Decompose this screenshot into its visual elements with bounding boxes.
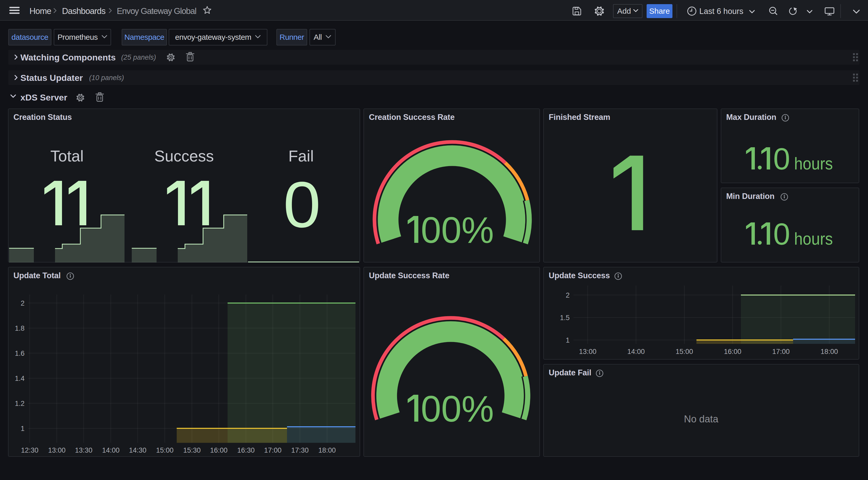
svg-text:hours: hours xyxy=(794,154,833,173)
svg-text:2: 2 xyxy=(566,292,570,299)
svg-text:15:00: 15:00 xyxy=(676,348,693,356)
svg-text:1.5: 1.5 xyxy=(560,314,570,322)
svg-text:14:30: 14:30 xyxy=(129,446,147,454)
svg-text:13:00: 13:00 xyxy=(579,348,596,356)
svg-text:2: 2 xyxy=(21,299,25,307)
svg-text:hours: hours xyxy=(794,229,833,248)
svg-text:14:00: 14:00 xyxy=(627,348,645,356)
svg-text:Total: Total xyxy=(51,147,84,165)
svg-text:Fail: Fail xyxy=(288,147,314,165)
svg-text:13:00: 13:00 xyxy=(48,446,66,454)
svg-text:00%: 00% xyxy=(421,210,494,250)
svg-text:0: 0 xyxy=(283,168,320,241)
svg-text:18:00: 18:00 xyxy=(318,446,336,454)
svg-text:1.8: 1.8 xyxy=(15,325,25,332)
svg-text:Success: Success xyxy=(154,147,214,165)
svg-text:1.4: 1.4 xyxy=(15,374,25,382)
svg-text:1.6: 1.6 xyxy=(15,350,25,357)
svg-text:14:00: 14:00 xyxy=(102,446,120,454)
svg-text:1: 1 xyxy=(21,425,25,432)
svg-text:00%: 00% xyxy=(421,388,494,429)
svg-text:15:00: 15:00 xyxy=(156,446,174,454)
svg-text:13:30: 13:30 xyxy=(75,446,92,454)
svg-text:17:30: 17:30 xyxy=(291,446,309,454)
svg-text:16:00: 16:00 xyxy=(210,446,227,454)
svg-text:No data: No data xyxy=(684,414,718,424)
svg-text:17:00: 17:00 xyxy=(264,446,282,454)
svg-text:18:00: 18:00 xyxy=(820,348,838,356)
svg-text:16:30: 16:30 xyxy=(237,446,255,454)
svg-text:0: 0 xyxy=(773,142,790,176)
svg-text:1.2: 1.2 xyxy=(15,400,25,408)
svg-text:15:30: 15:30 xyxy=(183,446,201,454)
svg-text:1: 1 xyxy=(566,336,570,344)
svg-text:0: 0 xyxy=(773,217,790,251)
svg-text:17:00: 17:00 xyxy=(772,348,790,356)
svg-text:12:30: 12:30 xyxy=(21,446,38,454)
svg-text:16:00: 16:00 xyxy=(724,348,741,356)
